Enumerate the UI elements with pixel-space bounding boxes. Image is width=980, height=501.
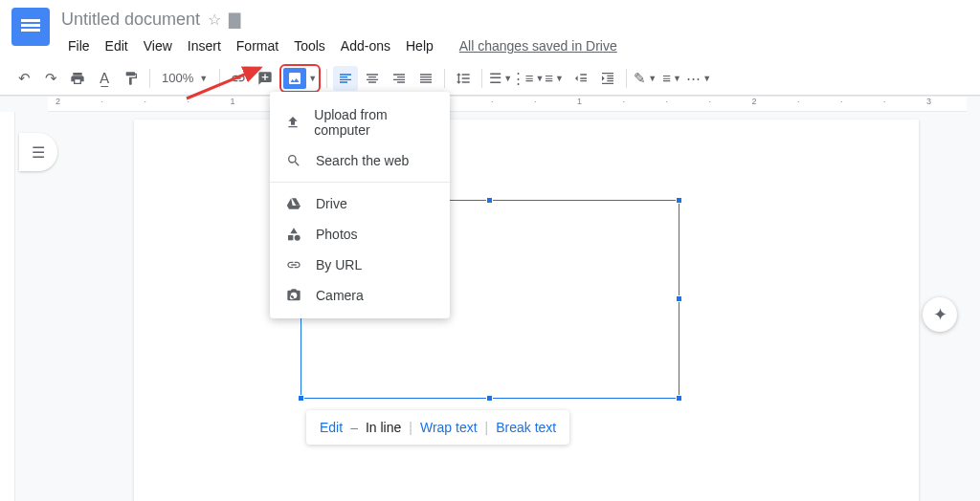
paint-format-button[interactable] [119, 66, 144, 91]
border-dash-button[interactable]: ⋯▼ [686, 66, 711, 91]
resize-handle[interactable] [486, 197, 493, 204]
document-outline-button[interactable]: ☰ [19, 133, 57, 171]
menu-edit[interactable]: Edit [99, 34, 135, 57]
upload-icon [285, 115, 301, 130]
insert-image-button[interactable]: ▼ [279, 64, 321, 93]
horizontal-ruler[interactable]: 2 · · · 1 · · · · · · · 1 · · · 2 · · · … [48, 97, 967, 112]
link-icon [285, 257, 302, 272]
camera-icon [285, 288, 302, 303]
menu-format[interactable]: Format [230, 34, 285, 57]
spellcheck-button[interactable]: A̲ [92, 66, 117, 91]
menu-help[interactable]: Help [399, 34, 440, 57]
resize-handle[interactable] [298, 395, 304, 402]
menu-label: Photos [316, 227, 358, 242]
svg-point-0 [295, 235, 301, 241]
break-text-option[interactable]: Break text [496, 420, 556, 435]
indent-decrease-button[interactable] [568, 66, 593, 91]
upload-from-computer-item[interactable]: Upload from computer [270, 99, 450, 145]
document-title[interactable]: Untitled document [61, 10, 200, 30]
document-page[interactable]: Edit – In line | Wrap text | Break text [134, 120, 919, 501]
align-right-button[interactable] [387, 66, 412, 91]
image-icon [283, 68, 306, 89]
image-context-toolbar: Edit – In line | Wrap text | Break text [306, 410, 569, 445]
separator: | [485, 420, 489, 435]
resize-handle[interactable] [676, 395, 682, 402]
insert-image-dropdown: Upload from computer Search the web Driv… [270, 92, 450, 318]
menu-tools[interactable]: Tools [287, 34, 332, 57]
wrap-text-option[interactable]: Wrap text [420, 420, 478, 435]
menu-bar: File Edit View Insert Format Tools Add-o… [61, 34, 969, 57]
search-the-web-item[interactable]: Search the web [270, 145, 450, 176]
menu-label: Upload from computer [314, 107, 434, 138]
photos-icon [285, 227, 302, 242]
undo-button[interactable]: ↶ [11, 66, 36, 91]
camera-item[interactable]: Camera [270, 280, 450, 311]
print-button[interactable] [65, 66, 90, 91]
align-justify-button[interactable] [413, 66, 438, 91]
explore-button[interactable]: ✦ [923, 297, 957, 332]
border-color-button[interactable]: ✎▼ [633, 66, 657, 91]
toolbar: ↶ ↷ A̲ 100%▼ ▼ ☰▼ ⋮≡▼ ≡▼ ✎▼ ≡▼ ⋯▼ [0, 61, 980, 96]
menu-label: Search the web [316, 153, 409, 168]
resize-handle[interactable] [676, 295, 682, 302]
redo-button[interactable]: ↷ [38, 66, 63, 91]
image-edit-link[interactable]: Edit [320, 420, 343, 435]
border-weight-button[interactable]: ≡▼ [659, 66, 684, 91]
separator: | [409, 420, 412, 435]
menu-insert[interactable]: Insert [181, 34, 228, 57]
line-spacing-button[interactable] [451, 66, 476, 91]
search-icon [285, 153, 302, 168]
numbered-list-button[interactable]: ≡▼ [542, 66, 567, 91]
indent-increase-button[interactable] [595, 66, 620, 91]
chevron-down-icon: ▼ [308, 74, 317, 83]
save-status[interactable]: All changes saved in Drive [459, 38, 617, 54]
wrap-inline-option[interactable]: In line [366, 420, 401, 435]
by-url-item[interactable]: By URL [270, 250, 450, 280]
photos-item[interactable]: Photos [270, 219, 450, 250]
star-icon[interactable]: ☆ [208, 11, 221, 29]
menu-label: Drive [316, 196, 347, 211]
menu-divider [270, 182, 450, 183]
drive-item[interactable]: Drive [270, 188, 450, 219]
docs-logo[interactable] [11, 8, 50, 46]
menu-label: Camera [316, 288, 364, 303]
separator: – [350, 420, 358, 435]
checklist-button[interactable]: ☰▼ [488, 66, 513, 91]
vertical-ruler[interactable] [0, 112, 15, 501]
resize-handle[interactable] [486, 395, 493, 402]
bullet-list-button[interactable]: ⋮≡▼ [515, 66, 540, 91]
resize-handle[interactable] [676, 197, 682, 204]
menu-file[interactable]: File [61, 34, 97, 57]
add-comment-button[interactable] [253, 66, 278, 91]
insert-link-button[interactable] [226, 66, 251, 91]
menu-addons[interactable]: Add-ons [334, 34, 397, 57]
drive-icon [285, 196, 302, 211]
menu-view[interactable]: View [137, 34, 179, 57]
zoom-select[interactable]: 100%▼ [156, 71, 213, 85]
align-left-button[interactable] [333, 66, 358, 91]
menu-label: By URL [316, 257, 362, 272]
align-center-button[interactable] [360, 66, 385, 91]
move-folder-icon[interactable]: ▇ [229, 11, 240, 29]
